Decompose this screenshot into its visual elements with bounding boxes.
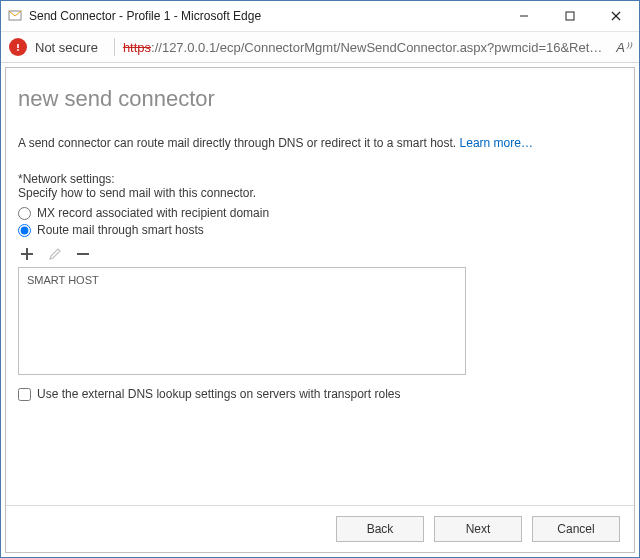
footer-buttons: Back Next Cancel [6, 505, 634, 552]
smarthost-toolbar [18, 245, 622, 263]
app-icon [7, 8, 23, 24]
not-secure-icon [9, 38, 27, 56]
remove-smarthost-button[interactable] [74, 245, 92, 263]
content-area: new send connector A send connector can … [6, 68, 634, 505]
network-settings-sub: Specify how to send mail with this conne… [18, 186, 622, 200]
close-button[interactable] [593, 1, 639, 31]
network-settings-radios: MX record associated with recipient doma… [18, 206, 622, 237]
svg-rect-2 [566, 12, 574, 20]
page-description: A send connector can route mail directly… [18, 136, 622, 150]
radio-mx-input[interactable] [18, 207, 31, 220]
address-bar: Not secure https://127.0.0.1/ecp/Connect… [1, 32, 639, 63]
reader-mode-button[interactable]: A⁾⁾ [616, 40, 631, 55]
radio-mx-label: MX record associated with recipient doma… [37, 206, 269, 220]
address-separator [114, 38, 115, 56]
content-wrap: new send connector A send connector can … [1, 63, 639, 557]
app-window: Send Connector - Profile 1 - Microsoft E… [0, 0, 640, 558]
page-title: new send connector [18, 86, 622, 112]
back-button[interactable]: Back [336, 516, 424, 542]
titlebar: Send Connector - Profile 1 - Microsoft E… [1, 1, 639, 32]
radio-smart-input[interactable] [18, 224, 31, 237]
url-display[interactable]: https://127.0.0.1/ecp/ConnectorMgmt/NewS… [123, 40, 610, 55]
external-dns-label: Use the external DNS lookup settings on … [37, 387, 401, 401]
svg-point-7 [17, 49, 19, 51]
network-settings-label: *Network settings: Specify how to send m… [18, 172, 622, 200]
cancel-button[interactable]: Cancel [532, 516, 620, 542]
next-button[interactable]: Next [434, 516, 522, 542]
radio-smart-label: Route mail through smart hosts [37, 223, 204, 237]
smarthost-table-header: SMART HOST [19, 268, 465, 292]
smarthost-table[interactable]: SMART HOST [18, 267, 466, 375]
window-buttons [501, 1, 639, 31]
description-text: A send connector can route mail directly… [18, 136, 460, 150]
radio-smart-host[interactable]: Route mail through smart hosts [18, 223, 622, 237]
edit-smarthost-button[interactable] [46, 245, 64, 263]
external-dns-checkbox-row[interactable]: Use the external DNS lookup settings on … [18, 387, 622, 401]
minimize-button[interactable] [501, 1, 547, 31]
url-scheme: https [123, 40, 151, 55]
content-border: new send connector A send connector can … [5, 67, 635, 553]
learn-more-link[interactable]: Learn more… [460, 136, 533, 150]
maximize-button[interactable] [547, 1, 593, 31]
external-dns-checkbox[interactable] [18, 388, 31, 401]
url-path: ://127.0.0.1/ecp/ConnectorMgmt/NewSendCo… [151, 40, 602, 55]
radio-mx-record[interactable]: MX record associated with recipient doma… [18, 206, 622, 220]
network-settings-title: *Network settings: [18, 172, 622, 186]
add-smarthost-button[interactable] [18, 245, 36, 263]
window-title: Send Connector - Profile 1 - Microsoft E… [29, 9, 501, 23]
security-label[interactable]: Not secure [35, 40, 98, 55]
